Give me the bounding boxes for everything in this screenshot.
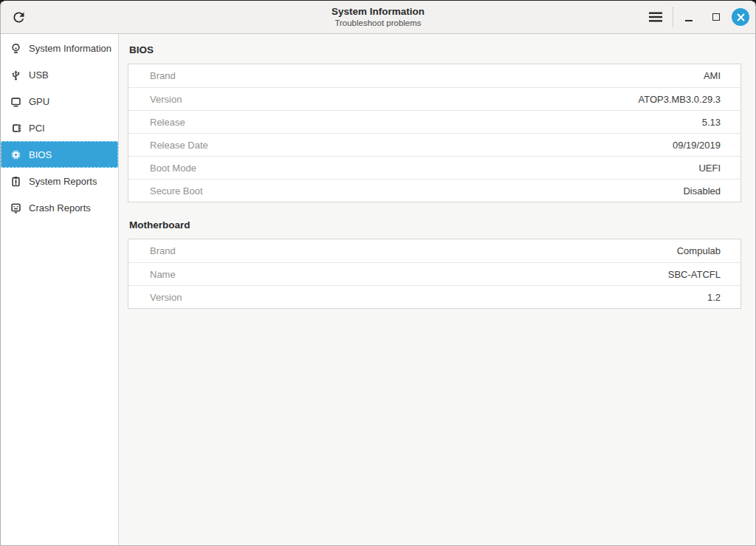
sidebar-item-label: BIOS bbox=[29, 149, 52, 160]
refresh-icon bbox=[11, 10, 27, 25]
row-label: Secure Boot bbox=[150, 185, 203, 197]
display-icon bbox=[10, 95, 22, 108]
row-value: 09/19/2019 bbox=[673, 140, 721, 151]
hamburger-menu-icon bbox=[648, 11, 663, 23]
row-value: Compulab bbox=[677, 245, 721, 256]
titlebar: System Information Troubleshoot problems bbox=[1, 1, 755, 34]
sidebar-item-system-information[interactable]: System Information bbox=[1, 35, 118, 61]
row-value: UEFI bbox=[698, 163, 721, 174]
app-window: System Information Troubleshoot problems bbox=[0, 0, 756, 546]
close-button[interactable] bbox=[732, 8, 749, 26]
table-row: Release 5.13 bbox=[128, 110, 740, 133]
sidebar-item-label: GPU bbox=[29, 96, 49, 107]
sidebar: System Information USB bbox=[1, 34, 119, 545]
table-row: Version 1.2 bbox=[128, 285, 740, 308]
main-content: BIOS Brand AMI Version ATOP3.MB3.0.29.3 … bbox=[119, 34, 755, 545]
sidebar-item-label: Crash Reports bbox=[29, 202, 91, 214]
motherboard-table: Brand Compulab Name SBC-ATCFL Version 1.… bbox=[128, 239, 741, 309]
pci-card-icon bbox=[10, 122, 22, 134]
refresh-button[interactable] bbox=[7, 5, 30, 29]
table-row: Release Date 09/19/2019 bbox=[128, 133, 740, 156]
titlebar-left bbox=[7, 5, 30, 29]
table-row: Boot Mode UEFI bbox=[128, 156, 740, 179]
row-value: Disabled bbox=[683, 185, 721, 197]
chip-icon bbox=[10, 149, 22, 161]
sidebar-item-gpu[interactable]: GPU bbox=[1, 88, 118, 115]
sidebar-item-bios[interactable]: BIOS bbox=[1, 141, 118, 168]
bios-table: Brand AMI Version ATOP3.MB3.0.29.3 Relea… bbox=[128, 64, 741, 202]
table-row: Name SBC-ATCFL bbox=[128, 262, 740, 285]
menu-button[interactable] bbox=[644, 5, 667, 29]
section-title-bios: BIOS bbox=[129, 44, 741, 55]
minimize-button[interactable] bbox=[680, 8, 698, 26]
row-label: Release Date bbox=[150, 140, 208, 151]
row-value: ATOP3.MB3.0.29.3 bbox=[638, 94, 721, 105]
close-x-icon bbox=[737, 13, 745, 21]
row-value: 5.13 bbox=[702, 117, 721, 128]
section-title-motherboard: Motherboard bbox=[129, 219, 741, 231]
sidebar-item-label: System Information bbox=[29, 43, 111, 54]
sidebar-item-system-reports[interactable]: System Reports bbox=[1, 168, 118, 194]
maximize-icon bbox=[712, 13, 720, 21]
app-body: System Information USB bbox=[1, 34, 755, 545]
maximize-button[interactable] bbox=[707, 8, 725, 26]
row-label: Release bbox=[150, 117, 185, 128]
sidebar-item-label: System Reports bbox=[29, 176, 97, 187]
clipboard-alert-icon bbox=[10, 175, 22, 188]
titlebar-title-block: System Information Troubleshoot problems bbox=[331, 6, 425, 28]
row-label: Name bbox=[150, 269, 176, 280]
table-row: Brand AMI bbox=[128, 64, 740, 87]
row-value: 1.2 bbox=[707, 292, 721, 303]
row-value: SBC-ATCFL bbox=[668, 269, 721, 280]
lightbulb-icon bbox=[10, 42, 22, 55]
titlebar-right bbox=[644, 5, 749, 29]
crashed-display-icon bbox=[10, 202, 22, 214]
sidebar-item-label: PCI bbox=[29, 123, 45, 134]
table-row: Version ATOP3.MB3.0.29.3 bbox=[128, 87, 740, 110]
row-label: Brand bbox=[150, 70, 176, 81]
titlebar-separator bbox=[673, 7, 673, 27]
window-title: System Information bbox=[331, 6, 425, 18]
table-row: Secure Boot Disabled bbox=[128, 179, 740, 202]
sidebar-item-label: USB bbox=[29, 69, 49, 81]
usb-icon bbox=[10, 69, 22, 81]
row-label: Version bbox=[150, 94, 182, 105]
row-label: Version bbox=[150, 292, 182, 303]
row-label: Boot Mode bbox=[150, 163, 196, 174]
row-label: Brand bbox=[150, 245, 176, 256]
window-subtitle: Troubleshoot problems bbox=[331, 18, 425, 28]
row-value: AMI bbox=[704, 70, 721, 81]
sidebar-item-pci[interactable]: PCI bbox=[1, 115, 118, 141]
table-row: Brand Compulab bbox=[128, 239, 740, 262]
sidebar-item-crash-reports[interactable]: Crash Reports bbox=[1, 194, 118, 221]
minimize-icon bbox=[685, 20, 693, 21]
sidebar-item-usb[interactable]: USB bbox=[1, 61, 118, 88]
